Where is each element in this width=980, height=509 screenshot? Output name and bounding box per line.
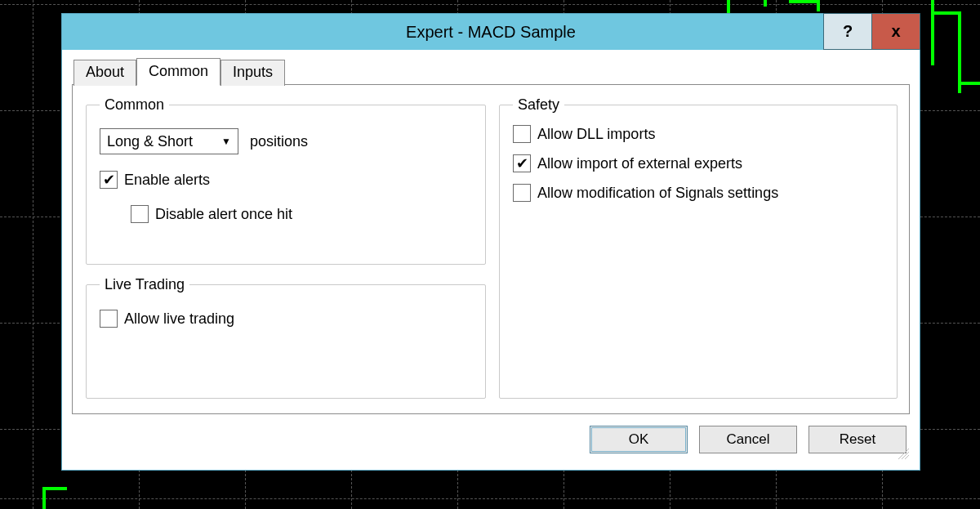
checkbox-box: [131, 205, 149, 223]
titlebar[interactable]: Expert - MACD Sample ? x: [62, 14, 920, 50]
checkbox-enable-alerts[interactable]: ✔ Enable alerts: [100, 171, 472, 189]
checkbox-box: [513, 125, 531, 143]
close-button[interactable]: x: [871, 13, 920, 50]
group-safety: Safety Allow DLL imports ✔ Allow import …: [499, 96, 898, 399]
group-safety-legend: Safety: [513, 96, 564, 114]
checkbox-disable-alert-once-hit[interactable]: Disable alert once hit: [131, 205, 472, 223]
checkbox-label: Allow DLL imports: [537, 126, 655, 143]
checkmark-icon: ✔: [513, 154, 531, 172]
dialog-window: Expert - MACD Sample ? x AboutCommonInpu…: [61, 13, 920, 471]
ok-button[interactable]: OK: [590, 426, 688, 453]
positions-selected: Long & Short: [107, 133, 193, 150]
button-label: OK: [629, 431, 649, 448]
tab-common[interactable]: Common: [136, 58, 220, 86]
checkmark-icon: ✔: [100, 171, 118, 189]
tab-strip: AboutCommonInputs: [74, 58, 911, 86]
window-title: Expert - MACD Sample: [62, 14, 920, 50]
button-row: OK Cancel Reset: [590, 426, 906, 453]
button-label: Reset: [840, 431, 875, 448]
tab-about[interactable]: About: [74, 60, 136, 86]
checkbox-allow-dll-imports[interactable]: Allow DLL imports: [513, 125, 884, 143]
checkbox-label: Allow import of external experts: [537, 155, 742, 172]
chevron-down-icon: ▼: [215, 136, 238, 147]
tab-inputs[interactable]: Inputs: [220, 60, 285, 86]
checkbox-label: Allow live trading: [124, 310, 234, 328]
positions-select[interactable]: Long & Short ▼: [100, 128, 238, 154]
group-live-trading: Live Trading Allow live trading: [86, 276, 486, 399]
close-icon: x: [891, 22, 900, 41]
group-live-trading-legend: Live Trading: [100, 276, 189, 293]
checkbox-allow-mod-signals[interactable]: Allow modification of Signals settings: [513, 184, 884, 202]
positions-label: positions: [250, 133, 308, 150]
dialog-client: AboutCommonInputs Common Long & Short ▼ …: [70, 58, 911, 462]
group-common: Common Long & Short ▼ positions ✔ Enable…: [86, 96, 486, 265]
button-label: Cancel: [727, 431, 770, 448]
checkbox-allow-live-trading[interactable]: Allow live trading: [100, 310, 472, 328]
reset-button[interactable]: Reset: [808, 426, 906, 453]
checkbox-label: Disable alert once hit: [155, 206, 292, 223]
checkbox-label: Enable alerts: [124, 172, 210, 189]
group-common-legend: Common: [100, 96, 169, 114]
help-icon: ?: [843, 22, 853, 41]
resize-grip-icon[interactable]: [898, 448, 909, 459]
checkbox-box: [100, 310, 118, 328]
help-button[interactable]: ?: [823, 13, 872, 50]
checkbox-box: [513, 184, 531, 202]
cancel-button[interactable]: Cancel: [699, 426, 797, 453]
checkbox-label: Allow modification of Signals settings: [537, 185, 778, 202]
checkbox-allow-import-external-experts[interactable]: ✔ Allow import of external experts: [513, 154, 884, 172]
tab-panel-common: Common Long & Short ▼ positions ✔ Enable…: [72, 84, 910, 414]
